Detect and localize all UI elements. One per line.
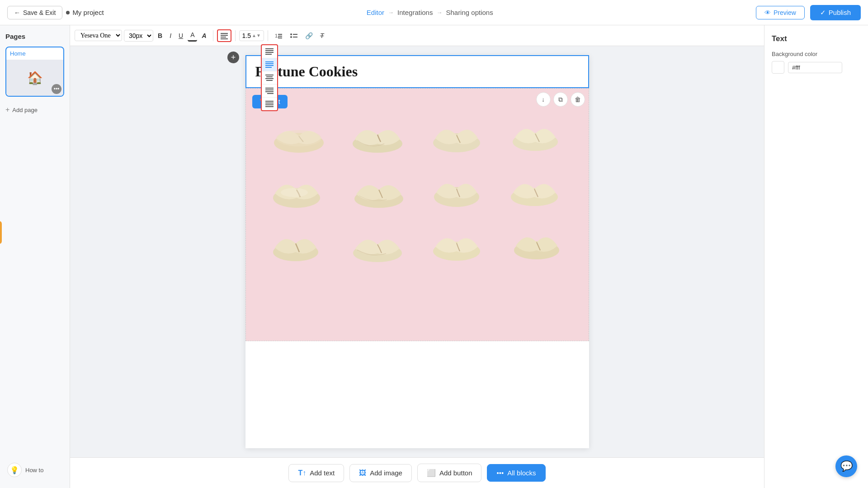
svg-rect-21 (266, 76, 273, 77)
project-name: My project (66, 9, 104, 16)
svg-rect-16 (265, 61, 274, 62)
toolbar-divider-1 (213, 30, 213, 41)
color-swatch[interactable] (772, 61, 784, 74)
nav-sharing[interactable]: Sharing options (446, 9, 493, 16)
nav-integrations[interactable]: Integrations (397, 9, 433, 16)
svg-rect-14 (265, 52, 274, 53)
page-card-home[interactable]: Home 🏠 ••• (5, 47, 64, 97)
line-height-control[interactable]: 1.5 ▲▼ (239, 30, 264, 41)
bg-color-field (772, 61, 861, 74)
svg-rect-28 (265, 101, 274, 102)
editor-area: Yeseva One 30px B I U A A 1.5 ▲▼ 1. (70, 25, 764, 488)
page-title: Fortune Cookies (255, 63, 579, 80)
link-button[interactable]: 🔗 (302, 30, 316, 41)
sidebar-title: Pages (5, 33, 64, 40)
all-blocks-label: All blocks (507, 469, 536, 477)
title-block[interactable]: Fortune Cookies (245, 55, 589, 88)
svg-rect-6 (278, 36, 282, 37)
svg-rect-12 (265, 48, 274, 49)
lightbulb-icon: 💡 (7, 463, 22, 477)
svg-rect-26 (265, 91, 274, 92)
cookie-cell-12 (496, 215, 575, 269)
ordered-list-button[interactable]: 1. (272, 30, 285, 42)
add-page-button[interactable]: + Add page (5, 104, 64, 116)
all-blocks-button[interactable]: ••• All blocks (487, 464, 545, 482)
image-block[interactable]: ✏️ Edit ↓ ⧉ 🗑 (245, 88, 589, 341)
publish-button[interactable]: ✓ Publish (810, 5, 861, 20)
align-left-button[interactable] (217, 29, 231, 42)
font-size-select[interactable]: 30px (124, 30, 153, 42)
blocks-icon: ••• (496, 469, 504, 477)
svg-rect-24 (265, 88, 274, 89)
cookie-cell-5 (259, 161, 339, 215)
clear-format-button[interactable]: T (317, 30, 327, 41)
feedback-tab[interactable]: Feedback (0, 221, 2, 244)
nav-arrow-2: → (436, 9, 442, 16)
svg-rect-7 (278, 38, 282, 38)
svg-point-8 (290, 33, 292, 35)
toolbar: Yeseva One 30px B I U A A 1.5 ▲▼ 1. (70, 25, 764, 46)
preview-label: Preview (774, 9, 796, 16)
move-down-button[interactable]: ↓ (536, 92, 551, 107)
svg-rect-19 (265, 67, 272, 68)
how-to-button[interactable]: 💡 How to (7, 463, 43, 477)
save-exit-label: Save & Exit (23, 9, 56, 16)
svg-rect-22 (265, 78, 274, 79)
publish-label: Publish (829, 9, 851, 16)
right-panel: Text Background color (764, 25, 868, 488)
svg-rect-17 (265, 63, 274, 64)
svg-rect-20 (265, 75, 274, 75)
align-option-1[interactable] (262, 45, 277, 58)
svg-point-9 (290, 36, 292, 38)
project-dot-icon (66, 11, 70, 14)
bold-button[interactable]: B (155, 30, 165, 41)
toolbar-divider-2 (235, 30, 236, 41)
button-icon: ⬜ (427, 469, 436, 477)
svg-point-33 (276, 130, 321, 146)
italic-button[interactable]: I (167, 30, 174, 41)
font-style-button[interactable]: A (199, 30, 209, 41)
add-text-button[interactable]: T↑ Add text (288, 464, 344, 482)
align-option-3[interactable] (262, 71, 277, 84)
add-image-button[interactable]: 🖼 Add image (349, 464, 412, 482)
unordered-list-button[interactable] (287, 30, 301, 42)
svg-rect-1 (221, 35, 228, 36)
cookie-cell-2 (338, 107, 417, 161)
align-option-4[interactable] (262, 84, 277, 98)
bottom-toolbar: T↑ Add text 🖼 Add image ⬜ Add button •••… (70, 457, 764, 488)
add-page-label: Add page (12, 107, 38, 113)
toolbar-divider-3 (268, 30, 268, 41)
align-option-5[interactable] (262, 98, 277, 110)
svg-rect-11 (293, 37, 297, 38)
page-thumb: 🏠 ••• (6, 60, 63, 96)
svg-rect-3 (221, 38, 228, 39)
add-block-button[interactable]: + (227, 52, 239, 63)
duplicate-button[interactable]: ⧉ (553, 92, 568, 107)
align-option-2[interactable] (262, 58, 277, 71)
chat-button[interactable]: 💬 (835, 455, 857, 477)
cookie-cell-7 (417, 161, 496, 215)
cookie-cell-8 (496, 161, 575, 215)
sidebar: Pages Home 🏠 ••• + Add page 💡 How to (0, 25, 70, 488)
svg-rect-29 (265, 103, 274, 103)
cookie-cell-6 (338, 161, 417, 215)
font-family-select[interactable]: Yeseva One (75, 30, 122, 41)
alignment-popup (261, 44, 278, 111)
arrow-left-icon: ← (14, 9, 20, 16)
font-color-button[interactable]: A (188, 29, 197, 42)
add-text-label: Add text (310, 469, 335, 477)
topbar-left: ← Save & Exit My project (7, 6, 104, 19)
page-more-button[interactable]: ••• (52, 84, 61, 94)
svg-rect-13 (265, 50, 274, 51)
delete-button[interactable]: 🗑 (571, 92, 585, 107)
save-exit-button[interactable]: ← Save & Exit (7, 6, 62, 19)
add-button-button[interactable]: ⬜ Add button (417, 464, 482, 482)
nav-editor[interactable]: Editor (367, 9, 384, 16)
cookie-cell-9 (259, 215, 339, 269)
underline-button[interactable]: U (176, 30, 186, 41)
topbar-right: 👁 Preview ✓ Publish (756, 5, 861, 20)
color-value-input[interactable] (788, 62, 842, 73)
svg-rect-23 (266, 80, 273, 81)
canvas-container[interactable]: Fortune Cookies ✏️ Edit ↓ ⧉ 🗑 (70, 46, 764, 457)
preview-button[interactable]: 👁 Preview (756, 6, 805, 19)
